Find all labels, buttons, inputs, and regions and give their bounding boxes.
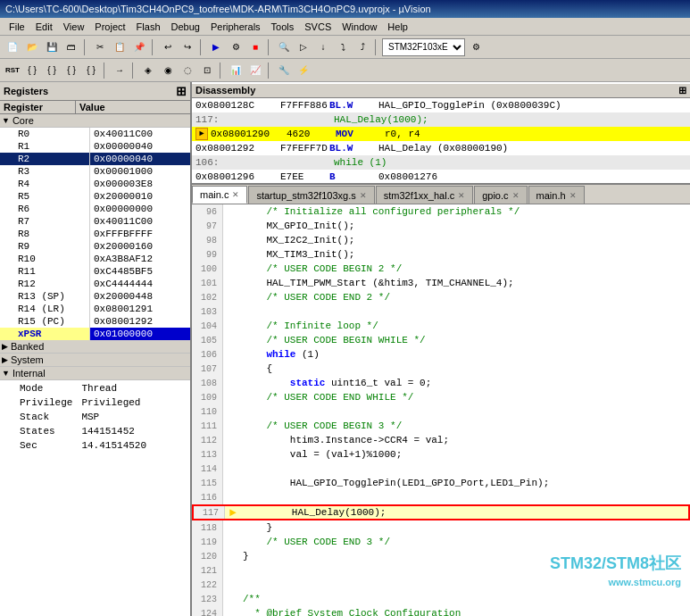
tab-hal[interactable]: stm32f1xx_hal.c ✕ xyxy=(376,186,473,204)
tb2-btn9[interactable]: ⊡ xyxy=(198,62,216,79)
toolbar-row2: RST { } { } { } { } → ◈ ◉ ◌ ⊡ 📊 📈 🔧 ⚡ xyxy=(0,59,690,82)
disasm-args-4: HAL_Delay (0x08000190) xyxy=(378,143,686,154)
reg-row-r13[interactable]: R13 (SP)0x20000448 xyxy=(0,290,190,303)
stop-button[interactable]: ■ xyxy=(246,38,264,56)
stepover-button[interactable]: ⤵ xyxy=(334,38,352,56)
reg-row-r9[interactable]: R90x20000160 xyxy=(0,240,190,253)
reg-row-r0[interactable]: R00x40011C00 xyxy=(0,128,190,140)
tb2-btn11[interactable]: 📈 xyxy=(246,62,264,79)
tb2-btn7[interactable]: ◉ xyxy=(159,62,177,79)
tab-main-c-close[interactable]: ✕ xyxy=(232,190,239,199)
internal-row-priv: Privilege Privileged xyxy=(2,396,188,409)
line-num-96: 96 xyxy=(192,204,223,219)
tab-mainh[interactable]: main.h ✕ xyxy=(528,186,585,204)
open-button[interactable]: 📂 xyxy=(23,38,41,56)
menu-item-svcs[interactable]: SVCS xyxy=(299,20,337,34)
tb2-btn13[interactable]: ⚡ xyxy=(295,62,312,79)
tab-startup-close[interactable]: ✕ xyxy=(360,191,367,200)
reg-row-r12[interactable]: R120xC4444444 xyxy=(0,278,190,290)
menu-item-flash[interactable]: Flash xyxy=(131,20,166,34)
menu-item-peripherals[interactable]: Peripherals xyxy=(205,20,266,34)
reg-row-r10[interactable]: R100xA3B8AF12 xyxy=(0,253,190,265)
save-button[interactable]: 💾 xyxy=(43,38,61,56)
tb2-btn12[interactable]: 🔧 xyxy=(275,62,293,79)
tab-mainh-close[interactable]: ✕ xyxy=(569,191,577,200)
tb2-btn1[interactable]: { } xyxy=(23,62,41,79)
step-button[interactable]: ↓ xyxy=(314,38,332,56)
tab-gpio-close[interactable]: ✕ xyxy=(512,191,520,200)
menu-item-window[interactable]: Window xyxy=(337,20,382,34)
reg-row-r5[interactable]: R50x20000010 xyxy=(0,190,190,203)
menu-item-tools[interactable]: Tools xyxy=(266,20,300,34)
line-num-114: 114 xyxy=(192,462,223,476)
system-group-label: System xyxy=(11,354,44,365)
reg-row-xpsr[interactable]: xPSR0x01000000 xyxy=(0,328,190,340)
redo-button[interactable]: ↪ xyxy=(179,38,196,56)
rebuild-button[interactable]: ⚙ xyxy=(227,38,245,56)
tb2-btn2[interactable]: { } xyxy=(43,62,61,79)
tab-hal-label: stm32f1xx_hal.c xyxy=(384,190,454,201)
line-content-101: HAL_TIM_PWM_Start (&htim3, TIM_CHANNEL_4… xyxy=(239,278,690,288)
system-group[interactable]: ▶ System xyxy=(0,354,190,367)
reg-row-r6[interactable]: R60x00000000 xyxy=(0,203,190,215)
line-num-121: 121 xyxy=(192,563,223,578)
reg-row-r4[interactable]: R40x000003E8 xyxy=(0,178,190,190)
stepout-button[interactable]: ⤴ xyxy=(353,38,371,56)
reg-row-r1[interactable]: R10x00000040 xyxy=(0,140,190,153)
menu-item-edit[interactable]: Edit xyxy=(30,20,58,34)
tab-main-c[interactable]: main.c ✕ xyxy=(192,186,247,204)
target-dropdown[interactable]: STM32F103xE xyxy=(382,38,465,56)
build-button[interactable]: ▶ xyxy=(207,38,225,56)
options-button[interactable]: ⚙ xyxy=(467,38,485,56)
cut-button[interactable]: ✂ xyxy=(91,38,109,56)
code-editor[interactable]: 96 /* Initialize all configured peripher… xyxy=(192,204,690,616)
reg-row-r14[interactable]: R14 (LR)0x08001291 xyxy=(0,303,190,315)
paste-button[interactable]: 📌 xyxy=(130,38,148,56)
tb2-btn4[interactable]: { } xyxy=(82,62,100,79)
sep7 xyxy=(132,62,136,79)
code-line-103: 103 xyxy=(192,304,690,319)
sep5 xyxy=(375,39,378,55)
disasm-op-4: BL.W xyxy=(329,143,378,154)
code-line-110: 110 xyxy=(192,404,690,419)
menu-item-help[interactable]: Help xyxy=(382,20,413,34)
internal-group[interactable]: ▼ Internal xyxy=(0,367,190,380)
core-group[interactable]: ▼ Core xyxy=(0,114,190,128)
run-button[interactable]: ▷ xyxy=(295,38,312,56)
disassembly-panel: Disassembly ⊞ 0x0800128C F7FFF886 BL.W H… xyxy=(192,82,690,185)
reg-row-r8[interactable]: R80xFFFBFFFF xyxy=(0,228,190,240)
rst-button[interactable]: RST xyxy=(4,62,21,79)
new-button[interactable]: 📄 xyxy=(4,38,21,56)
tab-hal-close[interactable]: ✕ xyxy=(458,191,465,200)
reg-row-r7[interactable]: R70x40011C00 xyxy=(0,215,190,228)
tb2-btn5[interactable]: → xyxy=(111,62,129,79)
menu-item-file[interactable]: File xyxy=(4,20,30,34)
code-line-123: 123 /** xyxy=(192,592,690,606)
tab-startup-label: startup_stm32f103xg.s xyxy=(256,190,355,201)
tab-startup[interactable]: startup_stm32f103xg.s ✕ xyxy=(248,186,374,204)
menu-item-project[interactable]: Project xyxy=(89,20,130,34)
tb2-btn6[interactable]: ◈ xyxy=(139,62,157,79)
undo-button[interactable]: ↩ xyxy=(159,38,177,56)
internal-table: Mode Thread Privilege Privileged Stack M… xyxy=(0,380,190,454)
line-content-104: /* Infinite loop */ xyxy=(239,320,690,331)
registers-table[interactable]: Register Value ▼ Core R00x40011C00 R10x0… xyxy=(0,101,190,616)
code-line-109: 109 /* USER CODE END WHILE */ xyxy=(192,390,690,404)
copy-button[interactable]: 📋 xyxy=(111,38,129,56)
tb2-btn10[interactable]: 📊 xyxy=(227,62,245,79)
line-num-99: 99 xyxy=(192,247,223,262)
debug-button[interactable]: 🔍 xyxy=(275,38,293,56)
registers-header: Registers ⊞ xyxy=(0,82,190,101)
banked-group[interactable]: ▶ Banked xyxy=(0,340,190,354)
menu-item-debug[interactable]: Debug xyxy=(166,20,205,34)
tb2-btn8[interactable]: ◌ xyxy=(179,62,196,79)
sep6 xyxy=(104,62,107,79)
tb2-btn3[interactable]: { } xyxy=(62,62,80,79)
menu-item-view[interactable]: View xyxy=(58,20,90,34)
reg-row-r11[interactable]: R110xC4485BF5 xyxy=(0,265,190,278)
reg-row-r15[interactable]: R15 (PC)0x08001292 xyxy=(0,315,190,328)
reg-row-r3[interactable]: R30x00001000 xyxy=(0,165,190,178)
reg-row-r2[interactable]: R20x00000040 xyxy=(0,153,190,165)
tab-gpio[interactable]: gpio.c ✕ xyxy=(474,186,527,204)
save-all-button[interactable]: 🗃 xyxy=(62,38,80,56)
